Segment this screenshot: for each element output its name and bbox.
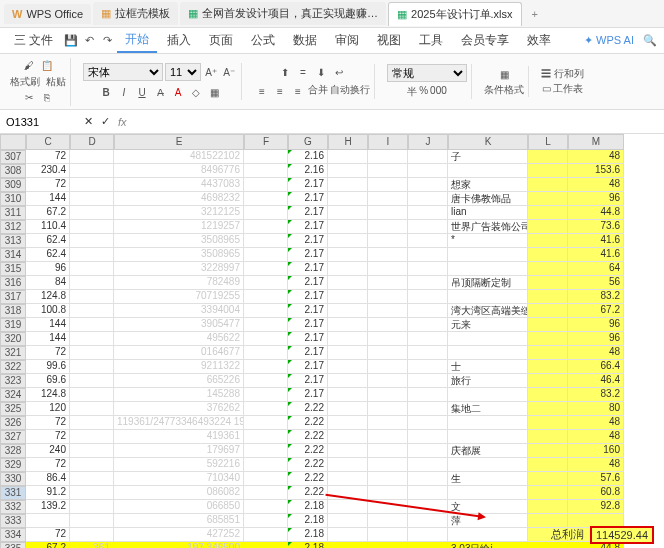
cell-m[interactable]: 73.6 (568, 220, 624, 234)
cell-g[interactable]: 2.17 (288, 318, 328, 332)
cell-j[interactable] (408, 360, 448, 374)
cell-h[interactable] (328, 430, 368, 444)
cell-k[interactable] (448, 262, 528, 276)
cell-e[interactable]: 376262 (114, 402, 244, 416)
cell-c[interactable]: 110.4 (26, 220, 70, 234)
cell-k[interactable]: 湾大湾区高端美缝 (448, 304, 528, 318)
cell-i[interactable] (368, 514, 408, 528)
cell-e[interactable]: 782489 (114, 276, 244, 290)
cell-d[interactable] (70, 332, 114, 346)
cell-m[interactable]: 80 (568, 402, 624, 416)
cell-c[interactable]: 100.8 (26, 304, 70, 318)
cell-l[interactable] (528, 248, 568, 262)
cell-g[interactable]: 2.22 (288, 472, 328, 486)
cell-i[interactable] (368, 388, 408, 402)
cell-m[interactable]: 41.6 (568, 248, 624, 262)
cell-f[interactable] (244, 290, 288, 304)
cell-c[interactable]: 62.4 (26, 234, 70, 248)
cell-g[interactable]: 2.18 (288, 542, 328, 548)
cell-h[interactable] (328, 220, 368, 234)
cell-k[interactable] (448, 416, 528, 430)
cell-j[interactable] (408, 178, 448, 192)
cell-f[interactable] (244, 514, 288, 528)
cell-g[interactable]: 2.17 (288, 234, 328, 248)
cell-d[interactable] (70, 430, 114, 444)
cell-f[interactable] (244, 346, 288, 360)
cell-m[interactable]: 46.4 (568, 374, 624, 388)
underline-icon[interactable]: U (134, 84, 150, 100)
cell-c[interactable]: 84 (26, 276, 70, 290)
cell-h[interactable] (328, 528, 368, 542)
cell-g[interactable]: 2.22 (288, 444, 328, 458)
cell-e[interactable]: 145288 (114, 388, 244, 402)
cell-f[interactable] (244, 430, 288, 444)
cell-m[interactable]: 153.6 (568, 164, 624, 178)
cell-j[interactable] (408, 206, 448, 220)
cell-j[interactable] (408, 262, 448, 276)
col-head-K[interactable]: K (448, 134, 528, 150)
search-icon[interactable]: 🔍 (642, 33, 658, 49)
cell-e[interactable]: 086082 (114, 486, 244, 500)
cell-h[interactable] (328, 192, 368, 206)
comma-icon[interactable]: 000 (430, 85, 447, 99)
cell-d[interactable] (70, 290, 114, 304)
cell-h[interactable] (328, 332, 368, 346)
row-head[interactable]: 320 (0, 332, 26, 346)
cell-h[interactable] (328, 290, 368, 304)
cell-j[interactable] (408, 430, 448, 444)
cell-c[interactable]: 86.4 (26, 472, 70, 486)
cell-e[interactable]: 592216 (114, 458, 244, 472)
menu-review[interactable]: 审阅 (327, 29, 367, 52)
row-head[interactable]: 332 (0, 500, 26, 514)
cell-h[interactable] (328, 514, 368, 528)
cell-l[interactable] (528, 500, 568, 514)
cell-c[interactable]: 144 (26, 192, 70, 206)
cell-d[interactable] (70, 472, 114, 486)
cell-h[interactable] (328, 416, 368, 430)
row-head[interactable]: 334 (0, 528, 26, 542)
cell-i[interactable] (368, 304, 408, 318)
cell-c[interactable]: 72 (26, 528, 70, 542)
cell-h[interactable] (328, 304, 368, 318)
cell-c[interactable]: 67.2 (26, 206, 70, 220)
cell-e[interactable]: 495622 (114, 332, 244, 346)
decrease-font-icon[interactable]: A⁻ (221, 64, 237, 80)
cell-h[interactable] (328, 500, 368, 514)
wrap-label[interactable]: 自动换行 (330, 83, 370, 99)
cell-e[interactable]: 419361 (114, 430, 244, 444)
col-head-G[interactable]: G (288, 134, 328, 150)
cell-d[interactable] (70, 276, 114, 290)
cell-f[interactable] (244, 332, 288, 346)
wps-ai-button[interactable]: ✦ WPS AI (584, 34, 634, 47)
cell-d[interactable] (70, 220, 114, 234)
cell-l[interactable] (528, 276, 568, 290)
col-head-H[interactable]: H (328, 134, 368, 150)
cell-f[interactable] (244, 374, 288, 388)
cell-h[interactable] (328, 178, 368, 192)
cell-e[interactable]: 9211322 (114, 360, 244, 374)
cell-h[interactable] (328, 206, 368, 220)
cell-m[interactable]: 64 (568, 262, 624, 276)
cell-j[interactable] (408, 318, 448, 332)
col-head-M[interactable]: M (568, 134, 624, 150)
row-head[interactable]: 316 (0, 276, 26, 290)
cell-h[interactable] (328, 388, 368, 402)
cell-g[interactable]: 2.18 (288, 528, 328, 542)
cancel-icon[interactable]: ✕ (84, 115, 93, 128)
col-head-C[interactable]: C (26, 134, 70, 150)
cell-j[interactable] (408, 234, 448, 248)
row-head[interactable]: 321 (0, 346, 26, 360)
cell-d[interactable] (70, 178, 114, 192)
cell-l[interactable] (528, 290, 568, 304)
cell-g[interactable]: 2.22 (288, 486, 328, 500)
cell-m[interactable]: 160 (568, 444, 624, 458)
cell-c[interactable]: 144 (26, 318, 70, 332)
cell-d[interactable] (70, 528, 114, 542)
row-head[interactable]: 335 (0, 542, 26, 548)
cell-c[interactable]: 62.4 (26, 248, 70, 262)
row-head[interactable]: 315 (0, 262, 26, 276)
cell-c[interactable]: 72 (26, 178, 70, 192)
cell-m[interactable]: 48 (568, 430, 624, 444)
cell-j[interactable] (408, 374, 448, 388)
cell-f[interactable] (244, 220, 288, 234)
